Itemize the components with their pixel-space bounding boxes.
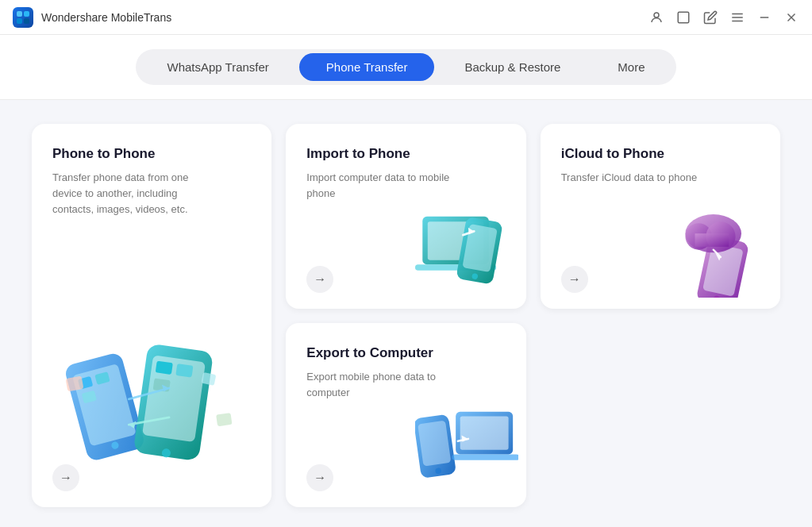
svg-rect-21 (156, 361, 173, 375)
svg-rect-26 (66, 376, 84, 392)
card-icloud-title: iCloud to Phone (561, 146, 760, 162)
card-export-desc: Export mobile phone data to computer (306, 369, 457, 401)
tab-whatsapp[interactable]: WhatsApp Transfer (140, 53, 295, 81)
window-button[interactable] (675, 10, 691, 25)
titlebar-controls (648, 10, 799, 25)
card-phone-to-phone-arrow[interactable]: → (52, 464, 79, 491)
nav-area: WhatsApp Transfer Phone Transfer Backup … (0, 35, 812, 100)
svg-point-4 (654, 13, 659, 17)
card-phone-to-phone-desc: Transfer phone data from one device to a… (52, 170, 203, 217)
card-phone-to-phone-title: Phone to Phone (52, 146, 251, 162)
svg-rect-3 (24, 18, 29, 24)
card-icloud-arrow[interactable]: → (561, 266, 588, 293)
svg-rect-19 (142, 355, 206, 442)
card-phone-to-phone[interactable]: Phone to Phone Transfer phone data from … (32, 124, 271, 507)
user-button[interactable] (648, 10, 664, 25)
svg-rect-22 (175, 364, 193, 377)
tab-more[interactable]: More (591, 53, 672, 81)
main-content: Phone to Phone Transfer phone data from … (0, 100, 812, 527)
close-button[interactable] (783, 10, 799, 25)
nav-tabs: WhatsApp Transfer Phone Transfer Backup … (136, 49, 675, 85)
svg-rect-1 (24, 11, 29, 17)
card-import-to-phone[interactable]: Import to Phone Import computer data to … (286, 124, 525, 309)
titlebar-left: Wondershare MobileTrans (13, 7, 171, 28)
phone-to-phone-illustration (56, 309, 246, 467)
edit-button[interactable] (702, 10, 718, 25)
minimize-button[interactable] (756, 10, 772, 25)
card-icloud-to-phone[interactable]: iCloud to Phone Transfer iCloud data to … (541, 124, 780, 309)
icloud-illustration (669, 194, 772, 298)
svg-rect-0 (17, 11, 22, 17)
tab-backup[interactable]: Backup & Restore (437, 53, 587, 81)
card-icloud-desc: Transfer iCloud data to phone (561, 170, 712, 186)
card-import-title: Import to Phone (306, 146, 505, 162)
menu-button[interactable] (729, 10, 745, 25)
svg-rect-2 (17, 18, 22, 24)
svg-rect-48 (460, 416, 508, 449)
card-export-arrow[interactable]: → (306, 464, 333, 491)
svg-rect-28 (216, 413, 232, 426)
card-export-title: Export to Computer (306, 345, 505, 361)
import-illustration (415, 194, 518, 298)
titlebar: Wondershare MobileTrans (0, 0, 812, 35)
app-icon (13, 7, 33, 28)
export-illustration (415, 401, 518, 496)
svg-rect-5 (678, 12, 689, 23)
card-import-arrow[interactable]: → (306, 266, 333, 293)
card-export-to-computer[interactable]: Export to Computer Export mobile phone d… (286, 323, 525, 508)
svg-rect-42 (695, 233, 729, 247)
svg-rect-49 (452, 454, 518, 460)
app-title: Wondershare MobileTrans (41, 11, 171, 24)
tab-phone[interactable]: Phone Transfer (299, 53, 435, 81)
svg-rect-45 (418, 421, 451, 467)
